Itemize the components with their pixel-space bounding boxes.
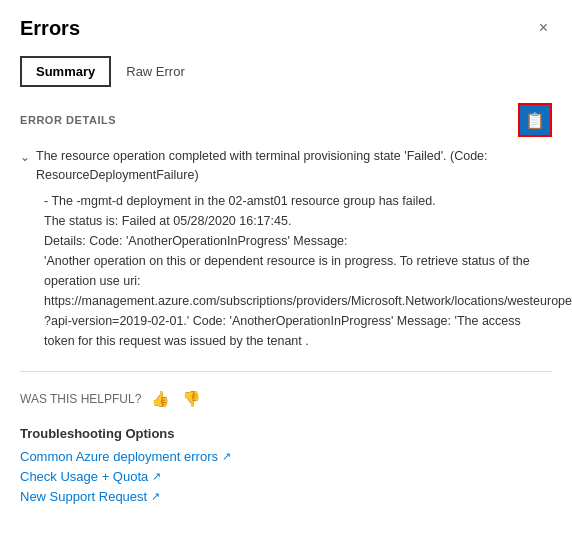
detail-line-4: 'Another operation on this or dependent … bbox=[44, 251, 552, 351]
troubleshoot-title: Troubleshooting Options bbox=[20, 426, 552, 441]
close-button[interactable]: × bbox=[535, 16, 552, 40]
external-link-icon-1: ↗ bbox=[222, 450, 231, 463]
link-row-3: New Support Request ↗ bbox=[20, 489, 552, 504]
error-body: ⌄ The resource operation completed with … bbox=[20, 147, 552, 351]
external-link-icon-3: ↗ bbox=[151, 490, 160, 503]
tab-summary[interactable]: Summary bbox=[20, 56, 111, 87]
thumbs-down-button[interactable]: 👎 bbox=[180, 388, 203, 410]
thumbs-up-button[interactable]: 👍 bbox=[149, 388, 172, 410]
detail-line-3: Details: Code: 'AnotherOperationInProgre… bbox=[44, 231, 552, 251]
copy-button[interactable]: 📋 bbox=[518, 103, 552, 137]
link-support-request[interactable]: New Support Request bbox=[20, 489, 147, 504]
tab-raw-error[interactable]: Raw Error bbox=[111, 56, 200, 87]
error-details-header: ERROR DETAILS 📋 bbox=[20, 103, 552, 137]
helpful-row: WAS THIS HELPFUL? 👍 👎 bbox=[20, 388, 552, 410]
external-link-icon-2: ↗ bbox=[152, 470, 161, 483]
error-details-label: ERROR DETAILS bbox=[20, 114, 116, 126]
link-row-1: Common Azure deployment errors ↗ bbox=[20, 449, 552, 464]
dialog-title: Errors bbox=[20, 17, 80, 40]
troubleshooting-section: Troubleshooting Options Common Azure dep… bbox=[20, 426, 552, 504]
link-row-2: Check Usage + Quota ↗ bbox=[20, 469, 552, 484]
tab-bar: Summary Raw Error bbox=[20, 56, 552, 87]
error-main-text: The resource operation completed with te… bbox=[36, 147, 552, 185]
link-check-quota[interactable]: Check Usage + Quota bbox=[20, 469, 148, 484]
chevron-icon: ⌄ bbox=[20, 148, 30, 166]
copy-icon: 📋 bbox=[525, 111, 545, 130]
error-main-row: ⌄ The resource operation completed with … bbox=[20, 147, 552, 185]
errors-dialog: Errors × Summary Raw Error ERROR DETAILS… bbox=[0, 0, 572, 551]
dialog-header: Errors × bbox=[20, 16, 552, 40]
helpful-label: WAS THIS HELPFUL? bbox=[20, 392, 141, 406]
divider bbox=[20, 371, 552, 372]
detail-line-1: - The -mgmt-d deployment in the 02-amst0… bbox=[44, 191, 552, 211]
detail-line-2: The status is: Failed at 05/28/2020 16:1… bbox=[44, 211, 552, 231]
error-detail-block: - The -mgmt-d deployment in the 02-amst0… bbox=[44, 191, 552, 351]
link-common-errors[interactable]: Common Azure deployment errors bbox=[20, 449, 218, 464]
